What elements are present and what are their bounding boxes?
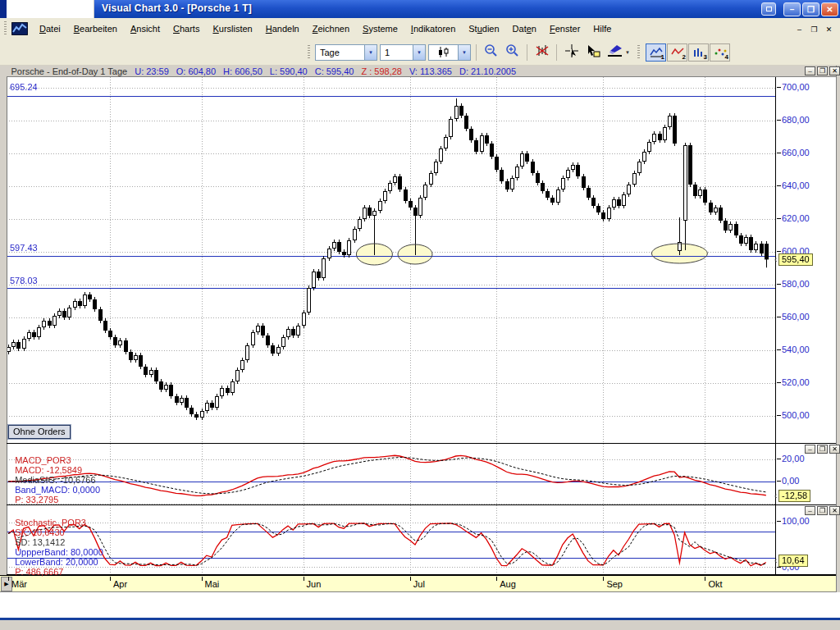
price-chart-canvas[interactable] [7,77,776,443]
mdi-window-controls: – ❐ ✕ [793,24,840,34]
month-tick [705,577,705,581]
menu-item-ansicht[interactable]: Ansicht [124,21,167,36]
macd-header: MACD_POR3 MACD: -12,5849 MediaSIG: -10,6… [10,445,107,504]
last-price-badge: 595,40 [778,253,813,266]
chevron-down-icon[interactable]: ▼ [364,45,377,60]
minimize-icon: – [808,445,811,453]
menu-item-kurslisten[interactable]: Kurslisten [206,21,258,36]
panel-close-button[interactable]: ✕ [829,66,840,75]
close-button[interactable]: ✕ [821,2,838,16]
scroll-left-button[interactable]: ▶ [1,577,12,591]
panel-restore-button[interactable]: ❐ [817,506,828,515]
button-number: 3 [704,53,707,61]
toolbar-separator [527,44,527,61]
restore-icon: ❐ [819,445,825,453]
restore-icon: ❐ [819,67,825,75]
toolbar-grip[interactable] [637,45,640,60]
sk-value: SK: 10,6430 [15,527,65,537]
chevron-down-icon[interactable]: ▼ [625,50,630,55]
chart-type-group: 1234 [645,43,730,62]
menu-item-indikatoren[interactable]: Indikatoren [404,21,462,36]
stochastic-chart-canvas[interactable] [7,505,776,574]
mdi-restore-button[interactable]: ❐ [808,24,820,34]
panel-divider[interactable] [7,443,836,444]
compression-combobox[interactable]: 1 ▼ [380,44,426,61]
lowerband-value: LowerBand: 20,0000 [15,557,98,567]
pointer-tool-button[interactable] [562,43,581,62]
menu-item-fenster[interactable]: Fenster [543,21,587,36]
month-label: Mär [11,579,27,589]
close-value: C: 595,40 [315,66,354,76]
chevron-down-icon[interactable]: ▼ [458,45,470,60]
price-tick-label: 620,00 [782,213,810,223]
open-value: O: 604,80 [176,66,216,76]
macd-panel-controls: – ❐ ✕ [805,445,840,454]
stoch-tick-label: 100,00 [782,516,810,526]
chevron-down-icon[interactable]: ▼ [413,45,425,60]
window-title: Visual Chart 3.0 - [Porsche 1 T] [102,2,252,14]
panel-close-button[interactable]: ✕ [829,445,840,454]
stochastic-header: Stochastic_POR3 SK: 10,6430 SD: 13,1412 … [10,508,110,577]
panel-divider[interactable] [7,504,836,505]
macd-value: MACD: -12,5849 [15,465,82,475]
month-tick [496,577,497,581]
chart-window-button-2[interactable]: 2 [667,43,687,62]
toolbar: Tage ▼ 1 ▼ ▼ ▼ 1234 [0,39,840,66]
time-axis[interactable]: ▶ MärAprMaiJunJulAugSepOkt [0,575,836,592]
chart-window-button-1[interactable]: 1 [646,43,666,62]
time-value: U: 23:59 [135,66,169,76]
chart-style-combobox[interactable]: ▼ [428,44,471,61]
empty-strip [0,592,840,618]
menu-item-bearbeiten[interactable]: Bearbeiten [67,21,124,36]
titlebar-extra-button[interactable] [761,2,776,16]
menu-item-systeme[interactable]: Systeme [356,21,404,36]
period-combobox[interactable]: Tage ▼ [315,44,377,61]
hide-bars-button[interactable] [532,43,551,62]
panel-restore-button[interactable]: ❐ [817,66,828,75]
close-icon: ✕ [832,507,838,514]
menu-item-datei[interactable]: Datei [33,21,67,36]
panel-restore-button[interactable]: ❐ [817,445,828,454]
price-tick-label: 520,00 [782,377,810,387]
mdi-close-button[interactable]: ✕ [823,24,835,34]
month-tick [304,577,304,581]
chart-window-button-4[interactable]: 4 [710,43,730,62]
menu-item-zeichnen[interactable]: Zeichnen [306,21,356,36]
panel-minimize-button[interactable]: – [805,445,815,454]
highlighter-icon [607,44,623,60]
restore-button[interactable]: ❐ [802,2,819,16]
macd-p-value: P: 33,2795 [15,495,58,504]
menu-item-studien[interactable]: Studien [462,21,505,36]
macd-tick-label: 0,00 [782,476,799,486]
titlebar-white-block [7,0,94,18]
menu-item-hilfe[interactable]: Hilfe [587,21,618,36]
menu-item-handeln[interactable]: Handeln [259,21,306,36]
month-label: Jul [413,579,425,589]
minimize-icon: – [808,67,811,75]
ohne-orders-button[interactable]: Ohne Orders [8,425,71,439]
toolbar-grip[interactable] [308,45,310,60]
zoom-in-button[interactable] [503,43,522,62]
panel-minimize-button[interactable]: – [805,66,815,75]
compression-value: 1 [381,48,413,57]
menu-item-charts[interactable]: Charts [167,21,206,36]
button-number: 2 [682,53,686,61]
macd-chart-canvas[interactable] [7,444,776,504]
month-label: Okt [708,579,722,589]
close-icon: ✕ [826,6,833,14]
highlighter-tool-button[interactable]: ▼ [605,43,632,62]
panel-minimize-button[interactable]: – [805,506,815,515]
label-tool-button[interactable] [583,43,602,62]
mdi-minimize-button[interactable]: – [793,24,806,34]
chart-window-button-3[interactable]: 3 [688,43,709,62]
month-label: Sep [606,579,623,589]
panel-close-button[interactable]: ✕ [829,506,840,515]
menu-item-daten[interactable]: Daten [506,21,543,36]
menubar-grip[interactable] [4,21,7,36]
zoom-out-button[interactable] [482,43,500,62]
cursor-icon [565,44,578,61]
bars-cross-icon [535,44,550,61]
minimize-button[interactable]: – [783,2,801,16]
minimize-icon: – [808,507,811,514]
stoch-value-badge: 10,64 [778,555,808,567]
